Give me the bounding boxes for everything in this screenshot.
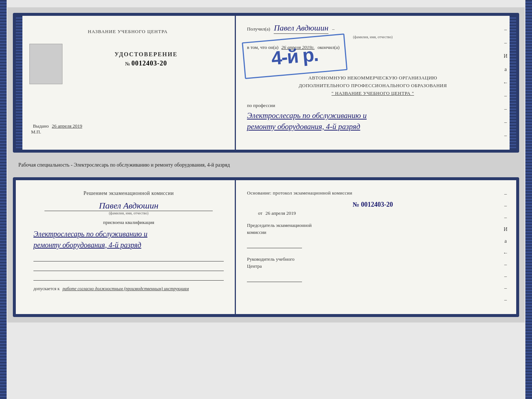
right-content: Получил(a) Павел Авдюшин – (фамилия, имя… xyxy=(247,23,499,132)
signature-lines xyxy=(33,254,224,281)
top-document: НАЗВАНИЕ УЧЕБНОГО ЦЕНТРА УДОСТОВЕРЕНИЕ №… xyxy=(13,13,519,153)
vydano-label: Выдано xyxy=(33,123,49,129)
chairman-sig-line xyxy=(247,239,302,248)
org-line2: ДОПОЛНИТЕЛЬНОГО ПРОФЕССИОНАЛЬНОГО ОБРАЗО… xyxy=(247,82,499,90)
fio-label-bottom: (фамилия, имя, отчество) xyxy=(33,211,224,215)
number-prefix: № xyxy=(125,61,130,67)
photo-placeholder xyxy=(29,44,62,84)
qualification-line2: ремонту оборудования, 4-й разряд xyxy=(33,239,224,250)
bottom-right-content: Основание: протокол экзаменационной коми… xyxy=(247,189,499,282)
protocol-prefix: № xyxy=(353,201,359,208)
udostoverenie-block: УДОСТОВЕРЕНИЕ № 0012403-20 xyxy=(66,44,226,67)
sig-line-2 xyxy=(33,264,224,271)
protocol-number: № 0012403-20 xyxy=(247,201,499,209)
middle-text: Рабочая специальность - Электрослесарь п… xyxy=(13,158,519,172)
osnovaniye-text: Основание: протокол экзаменационной коми… xyxy=(247,189,499,197)
chairman-title-line2: комиссии xyxy=(247,229,499,236)
doc-number: 0012403-20 xyxy=(132,60,167,67)
profession-block: по профессии Электрослесарь по обслужива… xyxy=(247,103,499,132)
bottom-spine-right xyxy=(525,0,532,399)
poluchil-line: Получил(a) Павел Авдюшин – xyxy=(247,23,499,34)
bottom-person-name: Павел Авдюшин xyxy=(33,201,224,211)
dopuskaetsya-label: допускается к xyxy=(33,286,60,291)
dopuskaetsya-block: допускается к работе согласно должностны… xyxy=(33,286,224,292)
stamp-number: 4-й р. xyxy=(270,43,319,70)
bottom-spine-left xyxy=(0,0,7,399)
stamp-overlay: 4-й р. xyxy=(242,33,348,79)
rukovoditel-sig-line xyxy=(247,273,302,282)
top-right-dashes: – – И а ← – – – – xyxy=(503,27,508,139)
page-wrapper: НАЗВАНИЕ УЧЕБНОГО ЦЕНТРА УДОСТОВЕРЕНИЕ №… xyxy=(7,7,525,323)
bottom-left: Решением экзаменационной комиссии Павел … xyxy=(16,180,236,314)
dash-after-name: – xyxy=(332,26,335,32)
komissia-title: Решением экзаменационной комиссии xyxy=(33,189,224,197)
ot-date: от 26 апреля 2019 xyxy=(258,210,499,216)
bottom-right: Основание: протокол экзаменационной коми… xyxy=(236,180,516,314)
bottom-left-content: Решением экзаменационной комиссии Павел … xyxy=(33,189,224,305)
udostoverenie-title: УДОСТОВЕРЕНИЕ xyxy=(66,51,226,58)
org-block: АВТОНОМНУЮ НЕКОММЕРЧЕСКУЮ ОРГАНИЗАЦИЮ ДО… xyxy=(247,74,499,97)
prisvoena-text: присвоена квалификация xyxy=(33,220,224,225)
poluchil-label: Получил(a) xyxy=(247,26,270,32)
vydano-line: Выдано 26 апреля 2019 xyxy=(33,123,226,129)
rukovoditel-block: Руководитель учебного Центра xyxy=(247,256,499,282)
chairman-block: Председатель экзаменационной комиссии xyxy=(247,222,499,248)
sig-line-1 xyxy=(33,254,224,261)
chairman-title-line1: Председатель экзаменационной xyxy=(247,222,499,229)
profession-text-line2: ремонту оборудования, 4-й разряд xyxy=(247,121,499,132)
doc-left: НАЗВАНИЕ УЧЕБНОГО ЦЕНТРА УДОСТОВЕРЕНИЕ №… xyxy=(16,16,236,150)
person-name-top: Павел Авдюшин xyxy=(274,23,328,34)
bottom-document: Решением экзаменационной комиссии Павел … xyxy=(13,177,519,317)
vydano-date: 26 апреля 2019 xyxy=(52,123,82,129)
dopuskaetsya-text: работе согласно должностным (производств… xyxy=(62,286,189,291)
org-line3: " НАЗВАНИЕ УЧЕБНОГО ЦЕНТРА " xyxy=(247,90,499,97)
ot-date-val: 26 апреля 2019 xyxy=(266,210,296,216)
sig-line-3 xyxy=(33,273,224,281)
mp-label: М.П. xyxy=(31,129,226,135)
doc-right: Получил(a) Павел Авдюшин – (фамилия, имя… xyxy=(236,16,516,150)
left-content: НАЗВАНИЕ УЧЕБНОГО ЦЕНТРА УДОСТОВЕРЕНИЕ №… xyxy=(29,25,226,140)
profession-label: по профессии xyxy=(247,103,499,108)
rukovoditel-line1: Руководитель учебного xyxy=(247,256,499,263)
top-left-title: НАЗВАНИЕ УЧЕБНОГО ЦЕНТРА xyxy=(88,29,168,35)
qualification-line1: Электрослесарь по обслуживанию и xyxy=(33,228,224,239)
qualification-block: Электрослесарь по обслуживанию и ремонту… xyxy=(33,228,224,250)
spine-right xyxy=(510,16,516,150)
profession-text-line1: Электрослесарь по обслуживанию и xyxy=(247,110,499,121)
protocol-num: 0012403-20 xyxy=(361,201,393,208)
rukovoditel-line2: Центра xyxy=(247,263,499,270)
bottom-right-dashes: – – – И а ← – – – – xyxy=(503,191,508,303)
ot-label: от xyxy=(258,210,262,216)
